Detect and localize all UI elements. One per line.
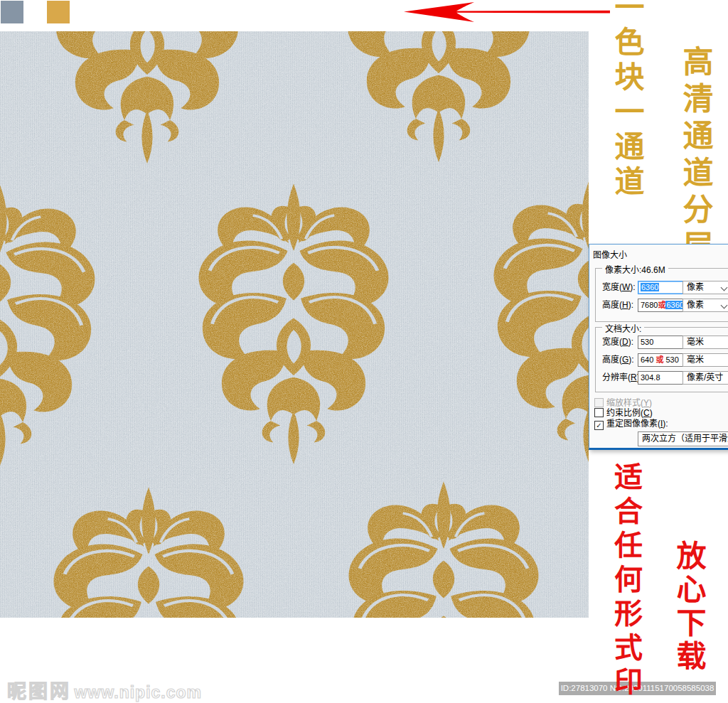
- resample-image-label: 重定图像像素(I):: [606, 419, 668, 429]
- resample-image-row: ✓重定图像像素(I):: [594, 419, 668, 429]
- resample-image-checkbox[interactable]: ✓: [594, 421, 604, 430]
- annotation-one-block-one-channel: 一色块一通道: [605, 0, 648, 200]
- chevron-down-icon: [721, 284, 728, 291]
- check-icon: ✓: [596, 422, 601, 429]
- replaced-value-mark: 或: [655, 355, 663, 364]
- chevron-down-icon: [721, 302, 728, 309]
- doc-height-input[interactable]: 640 或 530: [638, 353, 684, 367]
- resolution-input[interactable]: 304.8: [638, 371, 684, 385]
- scale-styles-row: 缩放样式(Y): [594, 398, 652, 408]
- site-name: 昵图网: [7, 681, 71, 702]
- doc-height-unit-select[interactable]: 毫米: [682, 353, 728, 367]
- resolution-unit-select[interactable]: 像素/英寸: [682, 371, 728, 385]
- scale-styles-label: 缩放样式(Y): [606, 398, 652, 408]
- red-arrow-icon: [402, 1, 611, 23]
- color-swatch-gray: [1, 1, 23, 23]
- constrain-proportions-checkbox[interactable]: [594, 408, 604, 417]
- doc-width-label: 宽度(D):: [602, 336, 633, 349]
- doc-width-unit-select[interactable]: 毫米: [682, 336, 728, 349]
- image-size-dialog: 图像大小 像素大小:46.6M 宽度(W): 6360 像素 高度(H): 76…: [589, 244, 728, 450]
- nipic-watermark: 昵图网 www.nipic.com: [7, 676, 202, 703]
- pixel-height-unit-select[interactable]: 像素: [682, 299, 728, 312]
- color-swatch-gold: [47, 1, 70, 23]
- pixel-size-group: 像素大小:46.6M: [595, 268, 728, 322]
- constrain-proportions-label: 约束比例(C): [606, 408, 653, 418]
- pixel-width-row: 宽度(W): 6360 像素: [589, 281, 728, 294]
- pixel-height-input[interactable]: 7680或6360: [638, 299, 684, 312]
- doc-width-row: 宽度(D): 530 毫米: [589, 336, 728, 349]
- site-url: www.nipic.com: [74, 683, 202, 702]
- pixel-size-group-label: 像素大小:46.6M: [602, 263, 668, 275]
- annotation-download-with-confidence: 放心下载: [667, 540, 710, 674]
- pixel-width-input[interactable]: 6360: [638, 281, 684, 294]
- pixel-width-label: 宽度(W):: [602, 281, 636, 294]
- resample-method-select[interactable]: 两次立方（适用于平滑渐变: [638, 431, 728, 446]
- pixel-height-label: 高度(H):: [602, 299, 633, 312]
- doc-height-label: 高度(G):: [602, 353, 634, 367]
- pixel-width-unit-select[interactable]: 像素: [682, 281, 728, 294]
- page: 一色块一通道 高清通道分层 适合任何形式印 放心下载 图像大小 像素大小:46.…: [0, 0, 728, 703]
- doc-height-row: 高度(G): 640 或 530 毫米: [589, 353, 728, 367]
- resolution-row: 分辨率(R): 304.8 像素/英寸: [589, 371, 728, 385]
- dialog-title: 图像大小: [593, 248, 627, 260]
- resolution-label: 分辨率(R):: [602, 371, 642, 385]
- fabric-noise-overlay: [0, 31, 589, 618]
- doc-width-input[interactable]: 530: [638, 336, 684, 349]
- document-size-group-label: 文档大小:: [602, 322, 644, 334]
- damask-pattern-svg: [0, 31, 589, 618]
- replaced-value-mark: 或: [658, 301, 665, 309]
- constrain-proportions-row: 约束比例(C): [594, 408, 653, 418]
- annotation-fits-any-print-form: 适合任何形式印: [605, 462, 646, 701]
- scale-styles-checkbox: [594, 398, 604, 407]
- annotation-hd-channel-layers: 高清通道分层: [673, 45, 717, 267]
- pixel-height-row: 高度(H): 7680或6360 像素: [589, 299, 728, 312]
- wallpaper-pattern: [0, 31, 589, 618]
